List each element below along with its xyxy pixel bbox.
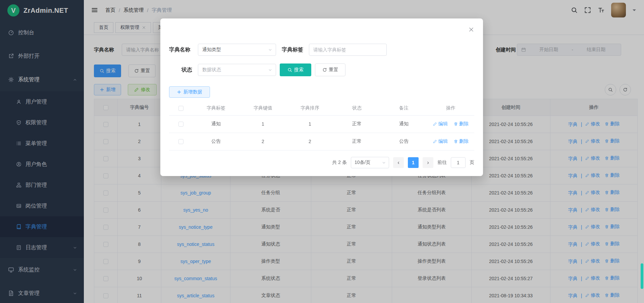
trash-icon: [454, 122, 458, 126]
cell-dict-sort: 1: [286, 115, 333, 133]
dialog-table-row: 通知 1 1 正常 通知 编辑 删除: [169, 115, 474, 133]
chevron-down-icon: [268, 68, 272, 72]
current-page-button[interactable]: 1: [408, 157, 419, 168]
next-page-button[interactable]: ›: [423, 157, 433, 168]
col-remark: 备注: [380, 101, 427, 115]
col-dict-value: 字典键值: [239, 101, 286, 115]
dialog-reset-button[interactable]: 重置: [315, 63, 345, 76]
page-size-select[interactable]: 10条/页: [351, 157, 389, 168]
cell-dict-value: 1: [239, 115, 286, 133]
dict-name-select[interactable]: 通知类型: [198, 44, 276, 56]
dict-data-dialog: 字典名称 通知类型 字典标签 状态 数据状态 搜索 重置 新增数据 字典标签 字…: [160, 18, 483, 176]
cell-dict-label: 通知: [193, 115, 239, 133]
col-dict-sort: 字典排序: [286, 101, 333, 115]
row-checkbox[interactable]: [178, 122, 183, 127]
page-unit-label: 页: [470, 160, 474, 166]
row-delete-link[interactable]: 删除: [454, 138, 469, 144]
col-actions: 操作: [427, 101, 474, 115]
add-data-button[interactable]: 新增数据: [169, 86, 210, 98]
pagination-total: 共 2 条: [332, 160, 347, 166]
dialog-dict-name-label: 字典名称: [169, 44, 191, 56]
row-delete-link[interactable]: 删除: [454, 121, 469, 127]
row-edit-link[interactable]: 编辑: [433, 121, 448, 127]
prev-page-button[interactable]: ‹: [393, 157, 404, 168]
cell-dict-value: 2: [239, 133, 286, 150]
dialog-search-button[interactable]: 搜索: [280, 63, 311, 76]
col-dict-label: 字典标签: [193, 101, 239, 115]
chevron-down-icon: [382, 161, 386, 165]
goto-label: 前往: [437, 160, 447, 166]
goto-page-input[interactable]: [451, 157, 466, 168]
dialog-close-icon[interactable]: [468, 27, 474, 33]
trash-icon: [454, 139, 458, 143]
chevron-down-icon: [268, 48, 272, 52]
scrollbar-thumb[interactable]: [641, 263, 643, 289]
cell-status: 正常: [333, 115, 380, 133]
edit-icon: [433, 139, 437, 143]
cell-status: 正常: [333, 133, 380, 150]
dialog-table-header-row: 字典标签 字典键值 字典排序 状态 备注 操作: [169, 101, 474, 115]
dialog-dict-label-label: 字典标签: [282, 44, 303, 56]
dialog-status-label: 状态: [169, 64, 192, 76]
cell-remark: 公告: [380, 133, 427, 150]
cell-dict-label: 公告: [193, 133, 239, 150]
dict-data-table: 字典标签 字典键值 字典排序 状态 备注 操作 通知 1 1 正常 通知 编辑 …: [169, 101, 474, 150]
dialog-select-all-checkbox[interactable]: [178, 106, 183, 111]
cell-dict-sort: 2: [286, 133, 333, 150]
status-select[interactable]: 数据状态: [198, 64, 276, 76]
dict-label-input[interactable]: [309, 44, 387, 56]
row-edit-link[interactable]: 编辑: [433, 138, 448, 144]
row-checkbox[interactable]: [178, 139, 183, 144]
dialog-table-row: 公告 2 2 正常 公告 编辑 删除: [169, 133, 474, 150]
col-status: 状态: [333, 101, 380, 115]
cell-remark: 通知: [380, 115, 427, 133]
dialog-pagination: 共 2 条 10条/页 ‹ 1 › 前往 页: [332, 157, 474, 168]
edit-icon: [433, 122, 437, 126]
